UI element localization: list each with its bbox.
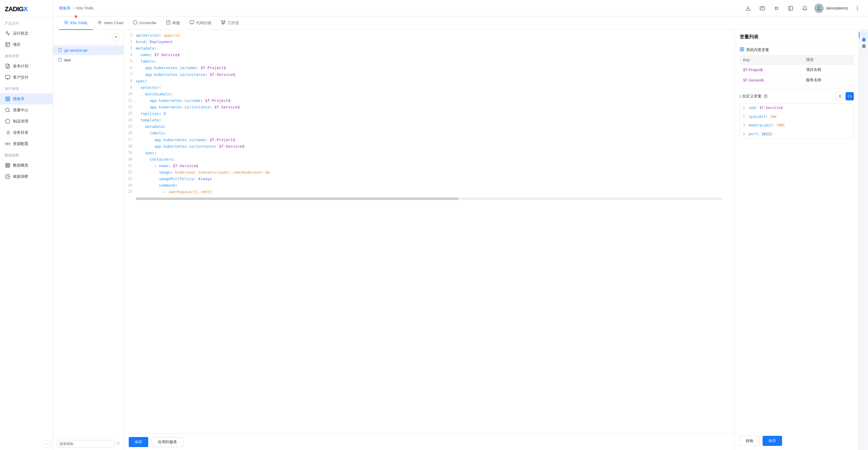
sidebar-item-release-plan[interactable]: 发布计划 <box>0 61 53 72</box>
service-catalog-icon <box>5 130 11 136</box>
svg-point-31 <box>777 8 778 9</box>
custom-var-editor[interactable]: 1 cmd: $T-Service$ 2 cpuLimit: 10m 3 mem… <box>740 103 854 139</box>
k8syaml-tab-icon <box>64 20 68 26</box>
sidebar-item-project[interactable]: 项目 <box>0 39 53 50</box>
sidebar-item-service-catalog[interactable]: 业务目录 <box>0 127 53 138</box>
sidebar-item-data-overview[interactable]: 数据概览 <box>0 160 53 171</box>
svg-point-30 <box>775 8 776 9</box>
var-row-project: $T-Project$ 项目名称 <box>740 65 854 75</box>
file-item-label: test <box>64 58 70 62</box>
sidebar-item-template-lib[interactable]: 模板库 ← <box>0 93 53 104</box>
sidebar-item-resource-config[interactable]: 资源配置 <box>0 138 53 149</box>
notification-icon[interactable] <box>800 4 810 13</box>
sidebar-item-label: 发布计划 <box>13 63 28 69</box>
list-view-btn[interactable] <box>836 92 844 100</box>
sidebar-item-perf-insight[interactable]: 效能洞察 <box>0 171 53 182</box>
sidebar-item-customer-delivery[interactable]: 客户交付 <box>0 72 53 83</box>
code-view-btn[interactable] <box>845 92 854 100</box>
side-tab-var-list[interactable]: 变量列表 <box>859 32 868 38</box>
add-file-button[interactable]: + <box>112 33 120 41</box>
var-key: $T-Project$ <box>740 65 802 75</box>
tab-k8syaml[interactable]: ▼ K8s YAML <box>59 17 93 30</box>
tab-codescan[interactable]: 代码扫描 <box>185 17 216 30</box>
sidebar: ZADIGX 产品交付 运行状态 项目 发布管理 发布计划 客户交付 资产管理 … <box>0 0 53 450</box>
svg-rect-0 <box>6 42 10 47</box>
perf-insight-icon <box>5 174 11 180</box>
build-tab-icon <box>166 20 170 26</box>
helmchart-tab-icon <box>97 20 102 26</box>
sidebar-item-label: 模板库 <box>13 96 25 101</box>
code-line-23: 23 imagePullPolicy: Always <box>124 176 735 182</box>
custom-var-line-1: 1 cmd: $T-Service$ <box>740 103 854 113</box>
more-icon[interactable] <box>852 4 862 13</box>
custom-var-label: ℹ 自定义变量 ? <box>740 94 768 99</box>
code-line-22: 22 image: koderover.tencentcloudcr.com/k… <box>124 169 735 176</box>
dockerfile-tab-icon <box>133 20 137 26</box>
horizontal-scrollbar[interactable] <box>136 198 723 200</box>
section-label-release: 发布管理 <box>0 50 53 61</box>
breadcrumb-parent[interactable]: 模板库 <box>59 6 70 11</box>
file-item-test[interactable]: test <box>53 55 124 65</box>
svg-point-39 <box>99 22 100 23</box>
translate-icon[interactable] <box>757 4 767 13</box>
apps-icon[interactable] <box>772 4 781 13</box>
code-area[interactable]: 1 apiVersion: apps/v1 2 kind: Deployment… <box>124 30 735 434</box>
side-tab-ref-list[interactable]: 引用列表 <box>859 39 868 44</box>
tab-arrow: ▼ <box>73 14 78 20</box>
section-label-product: 产品交付 <box>0 18 53 28</box>
svg-point-29 <box>777 7 778 8</box>
svg-rect-32 <box>789 6 793 10</box>
sidebar-item-label: 客户交付 <box>13 75 28 80</box>
system-vars-label: 系统内置变量 <box>746 47 769 53</box>
sidebar-item-runtime[interactable]: 运行状态 <box>0 28 53 39</box>
verify-button[interactable]: 校验 <box>740 436 760 446</box>
sidebar-item-product-mgmt[interactable]: 制品管理 <box>0 116 53 127</box>
download-icon[interactable] <box>743 4 753 13</box>
svg-rect-58 <box>740 50 742 51</box>
code-line-3: 3 metadata: <box>124 45 735 52</box>
var-save-button[interactable]: 保存 <box>763 436 782 446</box>
sidebar-item-label: 业务目录 <box>13 130 28 135</box>
svg-rect-47 <box>224 21 225 22</box>
sidebar-item-quality[interactable]: 质量中心 <box>0 104 53 116</box>
var-actions-footer: 校验 保存 <box>735 432 859 450</box>
svg-point-53 <box>117 442 120 445</box>
workflow-tab-icon <box>221 20 225 26</box>
apply-to-service-button[interactable]: 应用到服务 <box>152 437 183 447</box>
tabs: ▼ K8s YAML Helm Chart Dockerfile 构建 <box>53 17 868 30</box>
col-desc: 描述 <box>802 55 854 65</box>
product-mgmt-icon <box>5 118 11 124</box>
code-line-17: 17 app.kubernetes.io/name: $T-Project$ <box>124 137 735 143</box>
content-area: + go-service-tpl test <box>53 30 868 450</box>
var-desc: 服务名称 <box>802 75 854 85</box>
sidebar-item-label: 运行状态 <box>13 31 28 36</box>
svg-rect-9 <box>8 97 10 98</box>
file-icon <box>58 58 62 63</box>
tab-build-label: 构建 <box>173 20 180 26</box>
svg-point-28 <box>775 7 776 8</box>
code-line-9: 9 selector: <box>124 85 735 91</box>
file-icon <box>58 48 62 53</box>
sidebar-item-label: 效能洞察 <box>13 174 28 179</box>
svg-point-20 <box>7 143 8 145</box>
resource-config-icon <box>5 141 11 147</box>
var-row-service: $T-Service$ 服务名称 <box>740 75 854 85</box>
tab-dockerfile[interactable]: Dockerfile <box>128 17 161 30</box>
tab-workflow-label: 工作流 <box>227 20 239 26</box>
docs-icon[interactable] <box>786 4 795 13</box>
tab-workflow[interactable]: 工作流 <box>216 17 244 30</box>
var-panel-title: 变量列表 <box>735 30 859 43</box>
save-button[interactable]: 保存 <box>129 437 148 447</box>
tab-build[interactable]: 构建 <box>161 17 185 30</box>
main-area: 模板库 > K8s YAML demo <box>53 0 868 450</box>
user-info[interactable]: demo(demo) <box>814 4 848 13</box>
code-line-5: 5 labels: <box>124 58 735 65</box>
code-line-25: 25 - /workspace/{{.cmd}} <box>124 189 735 195</box>
sidebar-collapse-btn[interactable] <box>44 441 51 448</box>
custom-var-actions <box>836 92 854 100</box>
search-input[interactable] <box>57 440 115 448</box>
tab-helmchart[interactable]: Helm Chart <box>93 17 128 30</box>
file-item-go-service-tpl[interactable]: go-service-tpl <box>53 46 124 55</box>
help-icon[interactable]: ? <box>763 94 768 99</box>
system-vars-icon <box>740 47 744 53</box>
